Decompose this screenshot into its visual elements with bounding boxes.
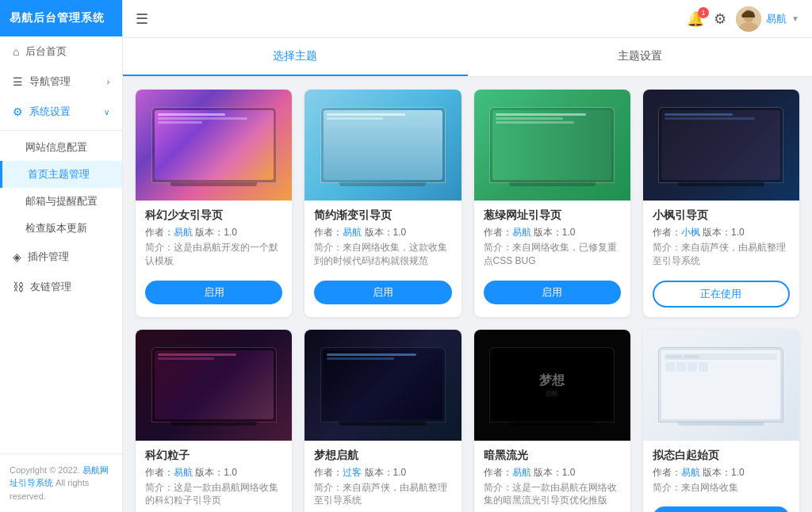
- notification-bell[interactable]: 🔔 1: [687, 10, 704, 28]
- sidebar-item-mail-config[interactable]: 邮箱与提醒配置: [0, 188, 122, 215]
- theme-preview-white: [643, 330, 799, 441]
- sidebar-item-friend-links[interactable]: ⛓ 友链管理: [0, 272, 122, 302]
- active-button-maple[interactable]: 正在使用: [653, 281, 790, 308]
- theme-info-dark: 暗黑流光 作者：易航 版本：1.0 简介：这是一款由易航在网络收集的暗黑流光引导…: [474, 441, 630, 512]
- sidebar-item-nav-mgmt-label: 导航管理: [29, 75, 71, 89]
- sidebar: 易航后台管理系统 ⌂ 后台首页 ☰ 导航管理 › ⚙ 系统设置 ∨ 网站信息配置…: [0, 0, 123, 512]
- theme-author-white: 作者：易航 版本：1.0: [653, 466, 790, 480]
- theme-author-scifi-girl: 作者：易航 版本：1.0: [145, 226, 282, 239]
- theme-card-particle: 科幻粒子 作者：易航 版本：1.0 简介：这是一款由易航网络收集的科幻粒子引导页…: [136, 330, 292, 512]
- author-link[interactable]: 过客: [343, 467, 362, 478]
- enable-button-white[interactable]: 启用: [653, 506, 790, 512]
- theme-name-white: 拟态白起始页: [653, 449, 790, 463]
- theme-name-dark: 暗黑流光: [484, 449, 621, 463]
- sidebar-copyright: Copyright © 2022. 易航网址引导系统 All rights re…: [0, 453, 122, 513]
- enable-button-scifi-girl[interactable]: 启用: [145, 281, 282, 304]
- header-right: 🔔 1 ⚙ 易航 ▼: [687, 6, 799, 32]
- theme-name-maple: 小枫引导页: [653, 208, 790, 223]
- theme-info-dream: 梦想启航 作者：过客 版本：1.0 简介：来自葫芦侠，由易航整理至引导系统: [304, 441, 461, 512]
- sidebar-item-plugin-mgmt[interactable]: ◈ 插件管理: [0, 242, 122, 272]
- author-link[interactable]: 易航: [512, 227, 531, 238]
- nav-mgmt-icon: ☰: [13, 75, 23, 88]
- settings-icon: ⚙: [13, 105, 23, 118]
- header: ☰ 🔔 1 ⚙ 易航 ▼: [123, 0, 812, 38]
- theme-info-green: 葱绿网址引导页 作者：易航 版本：1.0 简介：来自网络收集，已修复重点CSS …: [474, 201, 630, 274]
- header-left: ☰: [136, 10, 148, 28]
- sidebar-item-version-check[interactable]: 检查版本更新: [0, 215, 122, 242]
- theme-preview-particle: [136, 330, 292, 441]
- theme-info-maple: 小枫引导页 作者：小枫 版本：1.0 简介：来自葫芦侠，由易航整理至引导系统: [643, 201, 799, 274]
- link-icon: ⛓: [13, 281, 24, 293]
- sidebar-item-sys-settings-label: 系统设置: [29, 105, 71, 119]
- theme-author-simple-nav: 作者：易航 版本：1.0: [314, 226, 451, 239]
- sys-settings-submenu: 网站信息配置 首页主题管理 邮箱与提醒配置 检查版本更新: [0, 130, 122, 242]
- theme-preview-simple-nav: [304, 90, 461, 201]
- theme-desc-white: 简介：来自网络收集: [653, 481, 790, 495]
- author-link[interactable]: 易航: [681, 467, 700, 478]
- theme-desc-maple: 简介：来自葫芦侠，由易航整理至引导系统: [653, 241, 790, 268]
- theme-info-particle: 科幻粒子 作者：易航 版本：1.0 简介：这是一款由易航网络收集的科幻粒子引导页: [136, 441, 292, 512]
- theme-preview-green: [474, 90, 630, 201]
- theme-author-dream: 作者：过客 版本：1.0: [314, 466, 451, 480]
- sidebar-item-theme-mgmt[interactable]: 首页主题管理: [0, 161, 122, 188]
- user-dropdown-icon: ▼: [791, 14, 799, 23]
- theme-author-dark: 作者：易航 版本：1.0: [484, 466, 621, 480]
- settings-gear-button[interactable]: ⚙: [714, 10, 726, 28]
- theme-tabs: 选择主题 主题设置: [123, 38, 812, 77]
- sidebar-logo: 易航后台管理系统: [0, 0, 122, 36]
- theme-name-dream: 梦想启航: [314, 449, 451, 463]
- theme-btn-wrap-simple-nav: 启用: [304, 274, 461, 314]
- author-link[interactable]: 易航: [343, 227, 362, 238]
- theme-preview-dream: [304, 330, 461, 441]
- theme-desc-scifi-girl: 简介：这是由易航开发的一个默认模板: [145, 241, 282, 268]
- theme-name-green: 葱绿网址引导页: [484, 208, 621, 223]
- enable-button-simple-nav[interactable]: 启用: [314, 281, 451, 304]
- plugin-icon: ◈: [13, 250, 21, 263]
- theme-card-green: 葱绿网址引导页 作者：易航 版本：1.0 简介：来自网络收集，已修复重点CSS …: [474, 90, 630, 317]
- theme-info-white: 拟态白起始页 作者：易航 版本：1.0 简介：来自网络收集: [643, 441, 799, 501]
- theme-card-dark: 梦想 启航 暗黑流光 作者：易航 版本：1.0 简介：这是一款由易航在网络收集: [474, 330, 630, 512]
- theme-btn-wrap-scifi-girl: 启用: [136, 274, 292, 314]
- theme-author-green: 作者：易航 版本：1.0: [484, 226, 621, 239]
- theme-btn-wrap-white: 启用: [643, 500, 799, 512]
- sidebar-item-nav-mgmt[interactable]: ☰ 导航管理 ›: [0, 67, 122, 97]
- theme-info-scifi-girl: 科幻少女引导页 作者：易航 版本：1.0 简介：这是由易航开发的一个默认模板: [136, 201, 292, 274]
- chevron-right-icon: ›: [107, 78, 109, 86]
- enable-button-green[interactable]: 启用: [484, 281, 621, 304]
- theme-desc-dream: 简介：来自葫芦侠，由易航整理至引导系统: [314, 481, 451, 508]
- sidebar-nav: ⌂ 后台首页 ☰ 导航管理 › ⚙ 系统设置 ∨ 网站信息配置 首页主题管理 邮…: [0, 36, 122, 453]
- chevron-down-icon: ∨: [104, 108, 109, 117]
- sidebar-item-plugin-mgmt-label: 插件管理: [28, 250, 69, 264]
- tab-theme-settings[interactable]: 主题设置: [468, 38, 813, 76]
- theme-author-particle: 作者：易航 版本：1.0: [145, 466, 282, 480]
- theme-name-simple-nav: 简约渐变引导页: [314, 208, 451, 223]
- hamburger-button[interactable]: ☰: [136, 10, 148, 28]
- theme-name-scifi-girl: 科幻少女引导页: [145, 208, 282, 223]
- notification-badge: 1: [698, 7, 709, 18]
- theme-author-maple: 作者：小枫 版本：1.0: [653, 226, 790, 239]
- theme-desc-dark: 简介：这是一款由易航在网络收集的暗黑流光引导页优化推版: [484, 481, 621, 508]
- user-info[interactable]: 易航 ▼: [736, 6, 799, 32]
- theme-btn-wrap-maple: 正在使用: [643, 274, 799, 317]
- theme-preview-maple: [643, 90, 799, 201]
- avatar: [736, 6, 761, 32]
- theme-card-simple-nav: 简约渐变引导页 作者：易航 版本：1.0 简介：来自网络收集，这款收集到的时候代…: [304, 90, 461, 317]
- home-icon: ⌂: [13, 45, 19, 58]
- sidebar-item-home[interactable]: ⌂ 后台首页: [0, 36, 122, 67]
- theme-card-white: 拟态白起始页 作者：易航 版本：1.0 简介：来自网络收集 启用: [643, 330, 799, 512]
- theme-card-maple: 小枫引导页 作者：小枫 版本：1.0 简介：来自葫芦侠，由易航整理至引导系统 正…: [643, 90, 799, 317]
- theme-grid: 科幻少女引导页 作者：易航 版本：1.0 简介：这是由易航开发的一个默认模板 启…: [123, 77, 812, 512]
- theme-card-dream: 梦想启航 作者：过客 版本：1.0 简介：来自葫芦侠，由易航整理至引导系统 启用: [304, 330, 461, 512]
- theme-info-simple-nav: 简约渐变引导页 作者：易航 版本：1.0 简介：来自网络收集，这款收集到的时候代…: [304, 201, 461, 274]
- tab-select-theme[interactable]: 选择主题: [123, 38, 468, 76]
- theme-btn-wrap-green: 启用: [474, 274, 630, 314]
- sidebar-item-site-info[interactable]: 网站信息配置: [0, 134, 122, 161]
- author-link[interactable]: 易航: [512, 467, 531, 478]
- theme-card-scifi-girl: 科幻少女引导页 作者：易航 版本：1.0 简介：这是由易航开发的一个默认模板 启…: [136, 90, 292, 317]
- sidebar-item-sys-settings[interactable]: ⚙ 系统设置 ∨: [0, 97, 122, 127]
- content-area: 选择主题 主题设置: [123, 38, 812, 512]
- author-link[interactable]: 小枫: [681, 227, 700, 238]
- author-link[interactable]: 易航: [174, 467, 193, 478]
- author-link[interactable]: 易航: [174, 227, 193, 238]
- theme-desc-green: 简介：来自网络收集，已修复重点CSS BUG: [484, 241, 621, 268]
